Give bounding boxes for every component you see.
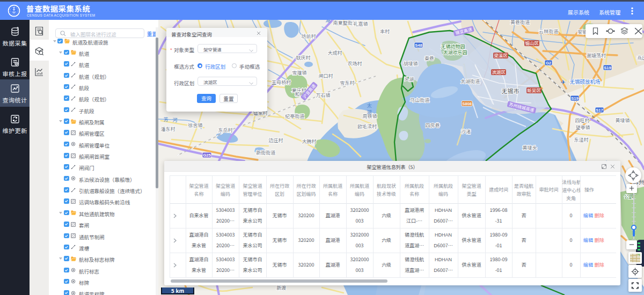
svg-text:坊前村: 坊前村: [301, 33, 316, 40]
svg-text:太湖街道: 太湖街道: [460, 78, 480, 85]
svg-text:谢塘荡村: 谢塘荡村: [587, 52, 606, 59]
svg-text:湖: 湖: [367, 108, 371, 115]
svg-text:秦巷: 秦巷: [425, 55, 434, 62]
svg-text:望亭镇: 望亭镇: [575, 124, 590, 131]
svg-text:S48: S48: [415, 43, 422, 48]
svg-text:燕庄: 燕庄: [637, 54, 644, 61]
svg-text:雪东村: 雪东村: [340, 79, 354, 86]
svg-text:S17: S17: [596, 108, 603, 113]
svg-text:S19: S19: [604, 65, 611, 70]
svg-text:闸口村: 闸口村: [318, 72, 333, 79]
svg-text:沙渚: 沙渚: [461, 128, 471, 135]
svg-text:湖: 湖: [325, 20, 330, 24]
svg-text:徐舍镇: 徐舍镇: [187, 122, 202, 129]
svg-text:四旺村: 四旺村: [575, 117, 589, 124]
svg-text:大腾村: 大腾村: [302, 138, 316, 145]
svg-text:大成村: 大成村: [327, 49, 342, 56]
svg-text:边庄村: 边庄村: [268, 137, 283, 144]
svg-text:农场村: 农场村: [347, 60, 362, 67]
svg-text:芳: 芳: [163, 116, 168, 123]
svg-text:黄埭镇: 黄埭镇: [615, 117, 630, 124]
svg-text:潘东村: 潘东村: [160, 126, 175, 132]
svg-text:王母桥村: 王母桥村: [272, 79, 291, 86]
svg-text:欧毛渎村: 欧毛渎村: [357, 123, 377, 130]
svg-text:G2: G2: [546, 61, 551, 65]
svg-text:雪堰镇: 雪堰镇: [292, 69, 306, 76]
svg-text:万石镇: 万石镇: [316, 92, 330, 99]
svg-text:马山街道: 马山街道: [410, 97, 429, 104]
svg-text:丰村: 丰村: [380, 28, 390, 35]
svg-text:联庆村: 联庆村: [296, 54, 310, 61]
svg-text:黄巷街道: 黄巷街道: [510, 20, 530, 26]
svg-text:✈: ✈: [560, 77, 565, 86]
svg-text:云林街道: 云林街道: [539, 28, 558, 35]
svg-text:S808: S808: [462, 101, 472, 106]
svg-text:礼嘉镇: 礼嘉镇: [353, 20, 368, 27]
svg-text:梁溪区: 梁溪区: [494, 52, 508, 58]
svg-text:滨湖区: 滨湖区: [492, 69, 506, 75]
svg-text:锡山区: 锡山区: [525, 40, 539, 46]
svg-text:G25: G25: [203, 153, 210, 158]
svg-text:S19: S19: [571, 96, 578, 101]
svg-text:新吴区: 新吴区: [527, 87, 541, 93]
svg-text:头湖: 头湖: [404, 76, 414, 83]
svg-text:太湖欢乐园: 太湖欢乐园: [443, 49, 467, 56]
svg-text:东岳村: 东岳村: [218, 127, 232, 134]
svg-text:新街街道: 新街街道: [256, 149, 275, 156]
svg-text:四房巷: 四房巷: [425, 122, 440, 129]
svg-text:胡埭镇: 胡埭镇: [403, 60, 418, 67]
svg-text:无锡市: 无锡市: [502, 86, 519, 95]
svg-text:纪亭街道: 纪亭街道: [285, 113, 304, 120]
svg-text:黄埭头: 黄埭头: [522, 144, 537, 151]
svg-text:无锡硕放机场: 无锡硕放机场: [569, 78, 600, 85]
svg-text:河: 河: [172, 116, 177, 123]
svg-text:东泾村: 东泾村: [574, 136, 588, 143]
